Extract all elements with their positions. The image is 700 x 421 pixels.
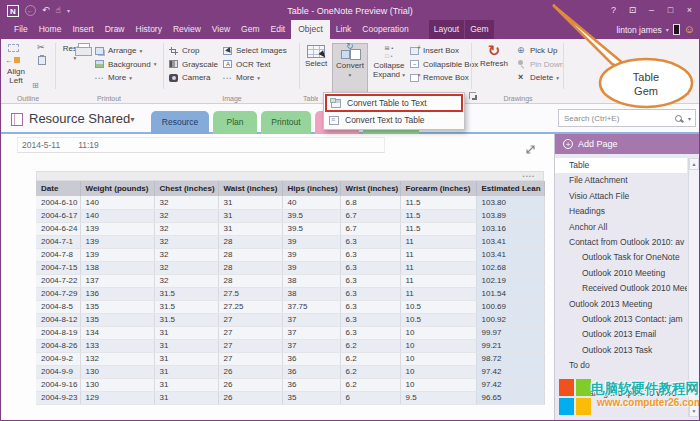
table-cell[interactable]: 31 xyxy=(154,365,218,378)
paste-icon[interactable] xyxy=(38,56,46,65)
table-cell[interactable]: 27 xyxy=(218,339,282,352)
table-cell[interactable]: 6.3 xyxy=(340,287,400,300)
page-item-file-attachment[interactable]: File Attachment xyxy=(555,173,687,188)
page-item-outlook-2010-meeting[interactable]: Outlook 2010 Meeting xyxy=(555,266,687,281)
table-cell[interactable]: 31 xyxy=(154,352,218,365)
table-cell[interactable]: 6.3 xyxy=(340,261,400,274)
table-cell[interactable]: 138 xyxy=(80,261,154,274)
ribbon-tab-gem[interactable]: Gem xyxy=(236,20,264,39)
table-cell[interactable]: 10.5 xyxy=(400,313,476,326)
table-cell[interactable]: 31.5 xyxy=(154,300,218,313)
page-item-table[interactable]: Table xyxy=(555,158,687,173)
table-cell[interactable]: 99.21 xyxy=(476,339,544,352)
search-icon[interactable] xyxy=(675,115,682,122)
table-cell[interactable]: 100.92 xyxy=(476,313,544,326)
table-cell[interactable]: 103.80 xyxy=(476,196,544,209)
table-cell[interactable]: 2004-9-9 xyxy=(36,365,80,378)
table-cell[interactable]: 2004-9-23 xyxy=(36,391,80,404)
table-cell[interactable]: 11 xyxy=(400,274,476,287)
table-cell[interactable]: 2004-7-15 xyxy=(36,261,80,274)
page-item-headings[interactable]: Headings xyxy=(555,204,687,219)
table-cell[interactable]: 39 xyxy=(282,248,340,261)
table-cell[interactable]: 6.2 xyxy=(340,339,400,352)
table-cell[interactable]: 103.16 xyxy=(476,222,544,235)
section-tab-resource[interactable]: Resource xyxy=(151,111,209,134)
add-page-button[interactable]: + Add Page xyxy=(555,134,699,154)
table-cell[interactable]: 129 xyxy=(80,391,154,404)
ribbon-tab-file[interactable]: File xyxy=(9,20,33,39)
table-cell[interactable]: 11.5 xyxy=(400,222,476,235)
ribbon-tab-review[interactable]: Review xyxy=(168,20,206,39)
column-header-date[interactable]: Date xyxy=(36,181,80,196)
undo-icon[interactable]: ↶ xyxy=(42,5,50,16)
table-cell[interactable]: 99.97 xyxy=(476,326,544,339)
table-cell[interactable]: 26 xyxy=(218,378,282,391)
table-cell[interactable]: 10 xyxy=(400,326,476,339)
table-cell[interactable]: 31 xyxy=(154,378,218,391)
table-cell[interactable]: 40 xyxy=(282,196,340,209)
qat-customize-caret-icon[interactable]: ▾ xyxy=(67,7,70,14)
table-cell[interactable]: 37 xyxy=(282,326,340,339)
table-cell[interactable]: 31 xyxy=(154,391,218,404)
cut-icon[interactable]: ✂ xyxy=(37,42,45,52)
table-cell[interactable]: 2004-9-2 xyxy=(36,352,80,365)
background-button[interactable]: Background▾ xyxy=(95,60,156,69)
more-button[interactable]: More▾ xyxy=(223,73,287,82)
table-cell[interactable]: 28 xyxy=(218,235,282,248)
table-cell[interactable]: 27.25 xyxy=(218,300,282,313)
ribbon-tab-insert[interactable]: Insert xyxy=(67,20,98,39)
page-item-to-do[interactable]: To do xyxy=(555,358,687,373)
table-cell[interactable]: 28 xyxy=(218,274,282,287)
ribbon-tab-gem[interactable]: Gem xyxy=(465,20,493,39)
table-cell[interactable]: 36 xyxy=(282,378,340,391)
table-cell[interactable]: 2004-6-17 xyxy=(36,209,80,222)
table-cell[interactable]: 39.5 xyxy=(282,222,340,235)
page-item-outlook-task-for-onenote[interactable]: Outlook Task for OneNote xyxy=(555,250,687,265)
table-cell[interactable]: 103.41 xyxy=(476,248,544,261)
column-header-weight-pounds[interactable]: Weight (pounds) xyxy=(80,181,154,196)
table-cell[interactable]: 27.5 xyxy=(218,287,282,300)
table-cell[interactable]: 36 xyxy=(282,365,340,378)
menu-item-convert-text-to-table[interactable]: Convert Text to Table xyxy=(325,112,463,128)
refresh-button[interactable]: ↻ Refresh xyxy=(475,43,513,97)
table-cell[interactable]: 28 xyxy=(218,261,282,274)
table-cell[interactable]: 6.3 xyxy=(340,274,400,287)
ribbon-tab-history[interactable]: History xyxy=(131,20,167,39)
table-cell[interactable]: 10 xyxy=(400,339,476,352)
table-cell[interactable]: 27 xyxy=(218,352,282,365)
table-cell[interactable]: 32 xyxy=(154,235,218,248)
table-cell[interactable]: 11 xyxy=(400,248,476,261)
table-cell[interactable]: 103.89 xyxy=(476,209,544,222)
collapse-expand-button[interactable]: Collapse Expand ▾ xyxy=(370,43,408,97)
table-cell[interactable]: 6.3 xyxy=(340,300,400,313)
table-cell[interactable]: 39 xyxy=(282,261,340,274)
table-cell[interactable]: 11 xyxy=(400,287,476,300)
table-cell[interactable]: 26 xyxy=(218,391,282,404)
table-cell[interactable]: 2004-6-10 xyxy=(36,196,80,209)
search-input[interactable] xyxy=(559,114,675,123)
grayscale-button[interactable]: Grayscale xyxy=(169,60,218,69)
ribbon-tab-link[interactable]: Link xyxy=(331,20,357,39)
ribbon-tab-object[interactable]: Object xyxy=(291,20,330,39)
table-cell[interactable]: 130 xyxy=(80,378,154,391)
table-cell[interactable]: 103.41 xyxy=(476,235,544,248)
insert-box-button[interactable]: Insert Box xyxy=(410,46,478,55)
ribbon-tab-edit[interactable]: Edit xyxy=(266,20,291,39)
table-cell[interactable]: 31 xyxy=(154,339,218,352)
table-handle-bar[interactable]: •••• xyxy=(36,171,544,181)
table-cell[interactable]: 2004-7-8 xyxy=(36,248,80,261)
select-button[interactable]: Select xyxy=(301,43,331,97)
page-item-outlook-2013-task[interactable]: Outlook 2013 Task xyxy=(555,343,687,358)
table-cell[interactable]: 135 xyxy=(80,300,154,313)
table-cell[interactable]: 6.2 xyxy=(340,352,400,365)
back-icon[interactable]: ← xyxy=(25,5,36,16)
table-cell[interactable]: 27 xyxy=(218,313,282,326)
table-cell[interactable]: 31.5 xyxy=(154,287,218,300)
table-cell[interactable]: 11 xyxy=(400,235,476,248)
table-cell[interactable]: 6 xyxy=(340,391,400,404)
table-cell[interactable]: 32 xyxy=(154,261,218,274)
resize-button[interactable]: Resize ▾ xyxy=(59,43,91,97)
section-tab-printout[interactable]: Printout xyxy=(261,111,311,134)
table-cell[interactable]: 35 xyxy=(282,391,340,404)
table-cell[interactable]: 39 xyxy=(282,235,340,248)
